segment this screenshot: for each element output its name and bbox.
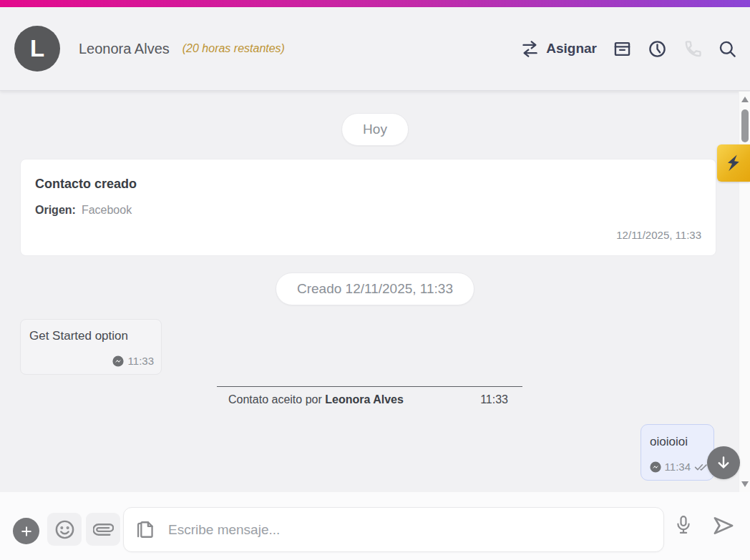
quick-actions-button[interactable]	[717, 144, 750, 182]
messenger-icon	[112, 355, 124, 367]
log-card-timestamp: 12/11/2025, 11:33	[616, 229, 701, 241]
message-composer	[0, 492, 750, 560]
scrollbar-down-arrow[interactable]	[741, 481, 749, 487]
schedule-button[interactable]	[648, 39, 667, 59]
archive-button[interactable]	[613, 39, 632, 59]
scrollbar-thumb[interactable]	[741, 109, 749, 142]
accepted-event-prefix: Contato aceito por	[228, 393, 322, 406]
phone-icon	[683, 39, 702, 59]
log-card-title: Contacto creado	[35, 177, 137, 192]
message-list: Hoy Contacto creado Origen:Facebook 12/1…	[0, 92, 750, 492]
incoming-message-bubble[interactable]: Get Started option 11:33	[20, 319, 162, 375]
outgoing-message-time: 11:34	[665, 461, 691, 473]
contact-created-card: Contacto creado Origen:Facebook 12/11/20…	[20, 159, 716, 256]
call-button[interactable]	[683, 39, 702, 59]
smiley-icon	[54, 519, 76, 541]
voice-message-button[interactable]	[673, 511, 693, 540]
day-separator: Hoy	[341, 113, 409, 146]
brand-gradient-bar	[0, 0, 750, 7]
scroll-to-bottom-button[interactable]	[707, 446, 740, 479]
created-separator: Creado 12/11/2025, 11:33	[276, 272, 474, 305]
log-card-origin: Origen:Facebook	[35, 204, 132, 217]
incoming-message-meta: 11:33	[112, 355, 154, 367]
archive-icon	[613, 39, 632, 59]
avatar[interactable]: L	[14, 26, 60, 72]
accepted-event: Contato aceito por Leonora Alves 11:33	[217, 386, 522, 406]
lightning-icon	[724, 152, 744, 174]
outgoing-message-text: oioioioi	[650, 435, 688, 449]
scrollbar-up-arrow[interactable]	[741, 97, 749, 102]
send-button[interactable]	[707, 511, 740, 540]
search-icon	[718, 39, 737, 59]
header-actions: Asignar	[520, 39, 737, 59]
conversation-header: L Leonora Alves (20 horas restantes) Asi…	[0, 7, 750, 91]
arrow-down-icon	[715, 454, 732, 471]
emoji-button[interactable]	[47, 513, 82, 546]
message-input-container	[123, 507, 664, 552]
assign-label: Asignar	[546, 41, 597, 57]
outgoing-message-bubble[interactable]: oioioioi 11:34	[641, 424, 714, 481]
assign-button[interactable]: Asignar	[520, 39, 597, 59]
accepted-event-time: 11:33	[480, 393, 508, 406]
search-button[interactable]	[718, 39, 737, 59]
add-button[interactable]	[13, 518, 39, 544]
messenger-icon	[650, 461, 661, 473]
message-input[interactable]	[167, 521, 652, 539]
attach-button[interactable]	[86, 513, 120, 546]
accepted-event-agent: Leonora Alves	[325, 393, 404, 406]
time-remaining-label: (20 horas restantes)	[182, 42, 285, 55]
accepted-event-text: Contato aceito por Leonora Alves	[228, 393, 404, 406]
plus-icon	[19, 524, 34, 539]
microphone-icon	[673, 514, 693, 538]
outgoing-message-meta: 11:34	[650, 461, 708, 473]
templates-icon[interactable]	[135, 519, 156, 540]
clock-icon	[648, 39, 667, 59]
chat-window: L Leonora Alves (20 horas restantes) Asi…	[0, 0, 750, 560]
origin-value: Facebook	[82, 204, 132, 216]
transfer-icon	[520, 39, 540, 59]
send-icon	[708, 514, 739, 538]
incoming-message-time: 11:33	[128, 355, 154, 367]
origin-label: Origen:	[35, 204, 76, 216]
paperclip-icon	[93, 519, 114, 540]
double-check-icon	[694, 462, 708, 471]
incoming-message-text: Get Started option	[29, 329, 128, 343]
contact-name: Leonora Alves	[79, 41, 170, 57]
